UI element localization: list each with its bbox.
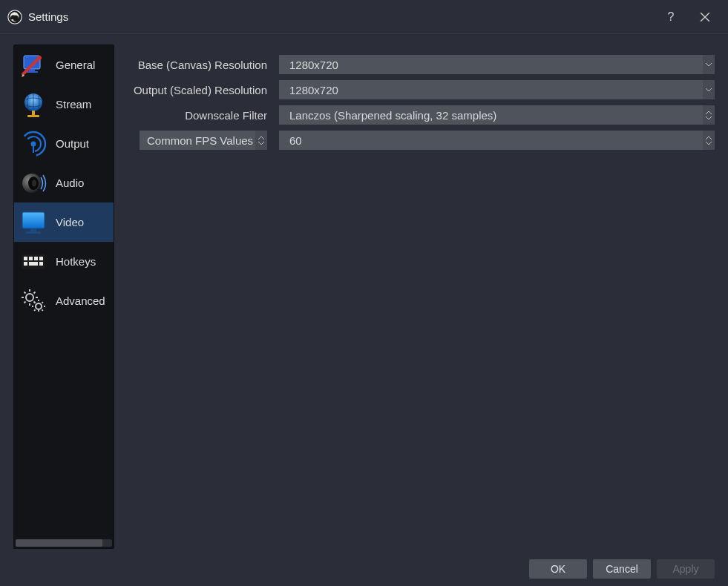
base-resolution-row: Base (Canvas) Resolution 1280x720	[125, 53, 715, 76]
general-icon	[17, 49, 50, 82]
settings-sidebar: General Stream	[13, 45, 114, 549]
spin-arrows-icon	[703, 131, 715, 150]
sidebar-item-audio[interactable]: Audio	[14, 163, 114, 203]
downscale-filter-select[interactable]: Lanczos (Sharpened scaling, 32 samples)	[279, 105, 715, 125]
svg-rect-6	[32, 111, 35, 115]
sidebar-item-output[interactable]: Output	[14, 124, 114, 163]
base-resolution-value: 1280x720	[289, 59, 338, 71]
chevron-down-icon	[703, 80, 715, 99]
downscale-filter-label: Downscale Filter	[185, 109, 267, 122]
window-title-group: Settings	[7, 10, 68, 24]
fps-value: 60	[289, 134, 302, 147]
video-settings-panel: Base (Canvas) Resolution 1280x720 Output…	[125, 45, 715, 550]
svg-rect-15	[22, 212, 45, 228]
downscale-filter-value: Lanczos (Sharpened scaling, 32 samples)	[289, 109, 496, 122]
sidebar-item-label: Audio	[56, 177, 84, 189]
obs-logo-icon	[7, 10, 22, 24]
base-resolution-select[interactable]: 1280x720	[279, 55, 715, 74]
apply-button[interactable]: Apply	[657, 559, 715, 579]
output-resolution-value: 1280x720	[289, 84, 338, 96]
dialog-footer: OK Cancel Apply	[529, 559, 715, 579]
help-button[interactable]: ?	[654, 1, 688, 33]
output-icon	[17, 128, 50, 160]
svg-point-4	[37, 56, 42, 60]
advanced-icon	[17, 285, 50, 317]
cancel-button[interactable]: Cancel	[593, 559, 651, 579]
fps-type-select[interactable]: Common FPS Values	[140, 131, 267, 150]
close-icon	[700, 12, 710, 22]
svg-rect-21	[34, 257, 38, 260]
ok-button[interactable]: OK	[529, 559, 587, 579]
sidebar-item-label: Video	[56, 216, 84, 228]
svg-rect-22	[39, 257, 43, 260]
video-icon	[17, 206, 50, 239]
svg-rect-16	[30, 228, 36, 231]
sidebar-item-general[interactable]: General	[14, 45, 114, 85]
output-resolution-select[interactable]: 1280x720	[279, 80, 715, 99]
stream-icon	[17, 88, 50, 121]
spin-arrows-icon	[255, 131, 267, 150]
audio-icon	[17, 167, 50, 200]
base-resolution-label: Base (Canvas) Resolution	[138, 59, 267, 71]
fps-type-value: Common FPS Values	[147, 134, 253, 147]
downscale-filter-row: Downscale Filter Lanczos (Sharpened scal…	[125, 104, 715, 126]
spin-arrows-icon	[703, 105, 715, 125]
chevron-down-icon	[703, 55, 715, 74]
sidebar-item-label: Output	[56, 137, 89, 150]
fps-value-select[interactable]: 60	[279, 131, 715, 150]
fps-row: Common FPS Values 60	[125, 129, 715, 151]
output-resolution-label: Output (Scaled) Resolution	[134, 84, 267, 96]
svg-point-26	[26, 294, 33, 301]
sidebar-item-advanced[interactable]: Advanced	[14, 281, 114, 320]
svg-rect-25	[39, 262, 43, 266]
output-resolution-row: Output (Scaled) Resolution 1280x720	[125, 79, 715, 101]
svg-point-14	[32, 180, 36, 186]
sidebar-item-label: General	[56, 59, 95, 71]
titlebar: Settings ?	[0, 0, 728, 34]
svg-rect-19	[24, 257, 27, 260]
sidebar-item-label: Hotkeys	[56, 255, 96, 268]
help-icon: ?	[668, 10, 675, 24]
svg-point-27	[36, 303, 42, 309]
sidebar-item-label: Stream	[56, 98, 91, 111]
svg-rect-17	[26, 231, 41, 234]
window-title: Settings	[28, 10, 68, 23]
sidebar-item-label: Advanced	[56, 294, 105, 307]
sidebar-item-stream[interactable]: Stream	[14, 85, 114, 124]
svg-rect-23	[24, 262, 27, 266]
sidebar-item-video[interactable]: Video	[14, 203, 114, 242]
svg-rect-20	[29, 257, 33, 260]
svg-rect-11	[33, 144, 34, 153]
close-button[interactable]	[688, 1, 722, 33]
sidebar-item-hotkeys[interactable]: Hotkeys	[14, 242, 114, 281]
svg-rect-24	[29, 262, 38, 266]
hotkeys-icon	[17, 246, 50, 278]
sidebar-scrollbar[interactable]	[16, 539, 112, 547]
scrollbar-thumb[interactable]	[16, 539, 102, 547]
svg-rect-7	[27, 115, 39, 117]
